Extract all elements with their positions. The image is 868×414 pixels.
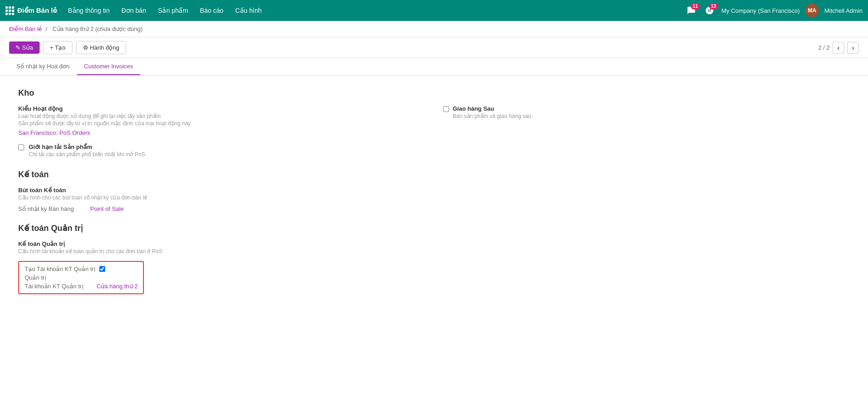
kieu-hoat-dong-desc1: Loại hoạt động được sử dụng để ghi lại v… (18, 113, 425, 119)
tabs: Số nhật ký Hoá đơn Customer Invoices (0, 58, 868, 76)
kho-title: Kho (18, 88, 850, 98)
top-navigation: Điểm Bán lẻ Bảng thông tin Đơn bán Sản p… (0, 0, 868, 21)
top-right: 11 13 My Company (San Francisco) MA Mitc… (685, 4, 863, 17)
top-menu: Bảng thông tin Đơn bán Sản phẩm Báo cáo … (62, 4, 683, 17)
toolbar: ✎ Sửa + Tạo ⚙ Hành động 2 / 2 ‹ › (0, 37, 868, 58)
menu-reports[interactable]: Báo cáo (194, 4, 229, 17)
so-nhat-ky-value[interactable]: Point of Sale (90, 205, 124, 212)
so-nhat-ky-label: Số nhật ký Bán hàng (18, 205, 87, 212)
menu-dashboard[interactable]: Bảng thông tin (62, 4, 115, 17)
ke-toan-qt-label: Kế toán Quản trị (18, 240, 850, 247)
tab-invoice-journal[interactable]: Số nhật ký Hoá đơn (9, 58, 77, 75)
activity-badge: 13 (709, 3, 718, 10)
gioi-han-label: Giới hạn tải Sản phẩm (29, 143, 147, 150)
kho-fields-row: Kiểu Hoạt động Loại hoạt động được sử dụ… (18, 105, 850, 136)
breadcrumb: Điểm Bán lẻ / Cửa hàng thứ 2 (chưa được … (0, 21, 868, 37)
gioi-han-checkbox[interactable] (18, 144, 24, 150)
user-name[interactable]: Mitchell Admin (824, 7, 863, 14)
quan-tri-label: Quản trị (25, 274, 93, 281)
giao-hang-desc: Bán sản phẩm và giao hàng sau. (453, 113, 533, 119)
quan-tri-row: Quản trị (25, 274, 138, 281)
kieu-hoat-dong-field: Kiểu Hoạt động Loại hoạt động được sử dụ… (18, 105, 425, 136)
grid-icon (5, 6, 14, 15)
next-button[interactable]: › (847, 42, 859, 54)
tai-khoan-qt-value[interactable]: Cửa hàng thứ 2 (97, 283, 138, 290)
so-nhat-ky-row: Số nhật ký Bán hàng Point of Sale (18, 205, 850, 212)
but-toan-desc: Cấu hình cho các bút toán số nhật ký của… (18, 194, 850, 201)
gioi-han-desc: Chỉ tải các sản phẩm phổ biến nhất khi m… (29, 151, 147, 158)
action-button[interactable]: ⚙ Hành động (76, 41, 126, 54)
tao-tai-khoan-checkbox[interactable] (99, 266, 105, 272)
ke-toan-section: Kế toán Bút toán Kế toán Cấu hình cho cá… (18, 169, 850, 212)
but-toan-label: Bút toán Kế toán (18, 187, 850, 194)
app-logo[interactable]: Điểm Bán lẻ (5, 6, 57, 15)
giao-hang-checkbox[interactable] (443, 106, 449, 112)
create-button[interactable]: + Tạo (43, 41, 72, 54)
menu-config[interactable]: Cấu hình (230, 4, 267, 17)
avatar[interactable]: MA (805, 4, 819, 17)
activity-icon[interactable]: 13 (703, 4, 716, 17)
tab-customer-invoices[interactable]: Customer Invoices (77, 58, 141, 75)
ke-toan-title: Kế toán (18, 169, 850, 179)
kieu-hoat-dong-value[interactable]: San Francisco: PoS Orders (18, 129, 425, 136)
breadcrumb-parent[interactable]: Điểm Bán lẻ (9, 26, 42, 32)
giao-hang-content: Giao hàng Sau Bán sản phẩm và giao hàng … (453, 105, 533, 120)
tao-tai-khoan-label: Tạo Tài khoản KT Quản trị (25, 266, 96, 272)
pagination-text: 2 / 2 (818, 44, 830, 51)
giao-hang-checkbox-row: Giao hàng Sau Bán sản phẩm và giao hàng … (443, 105, 850, 120)
messages-icon[interactable]: 11 (685, 4, 698, 17)
tao-tai-khoan-row: Tạo Tài khoản KT Quản trị (25, 266, 138, 272)
kho-section: Kho Kiểu Hoạt động Loại hoạt động được s… (18, 88, 850, 158)
ke-toan-qt-title: Kế toán Quản trị (18, 223, 850, 233)
edit-button[interactable]: ✎ Sửa (9, 41, 40, 54)
gioi-han-row: Giới hạn tải Sản phẩm Chỉ tải các sản ph… (18, 143, 850, 158)
menu-orders[interactable]: Đơn bán (116, 4, 152, 17)
giao-hang-sau-field: Giao hàng Sau Bán sản phẩm và giao hàng … (443, 105, 850, 136)
ke-toan-qt-desc: Cấu hình tài khoản kế toán quản trị cho … (18, 248, 850, 255)
giao-hang-label: Giao hàng Sau (453, 105, 533, 112)
messages-badge: 11 (691, 3, 700, 10)
pagination: 2 / 2 ‹ › (818, 42, 859, 54)
kieu-hoat-dong-label: Kiểu Hoạt động (18, 105, 425, 112)
tai-khoan-qt-label: Tài khoản KT Quản trị (25, 283, 93, 290)
company-name[interactable]: My Company (San Francisco) (721, 7, 800, 14)
breadcrumb-separator: / (46, 26, 47, 32)
prev-button[interactable]: ‹ (832, 42, 844, 54)
tai-khoan-qt-row: Tài khoản KT Quản trị Cửa hàng thứ 2 (25, 283, 138, 290)
gioi-han-content: Giới hạn tải Sản phẩm Chỉ tải các sản ph… (29, 143, 147, 158)
main-content: Kho Kiểu Hoạt động Loại hoạt động được s… (0, 76, 868, 414)
kieu-hoat-dong-desc2: Sản phẩm sẽ được lấy từ vị trí nguồn mặc… (18, 120, 425, 127)
breadcrumb-current: Cửa hàng thứ 2 (chưa được dùng) (52, 26, 143, 32)
app-name: Điểm Bán lẻ (17, 6, 57, 15)
highlight-box: Tạo Tài khoản KT Quản trị Quản trị Tài k… (18, 261, 144, 294)
menu-products[interactable]: Sản phẩm (153, 4, 194, 17)
ke-toan-qt-section: Kế toán Quản trị Kế toán Quản trị Cấu hì… (18, 223, 850, 294)
